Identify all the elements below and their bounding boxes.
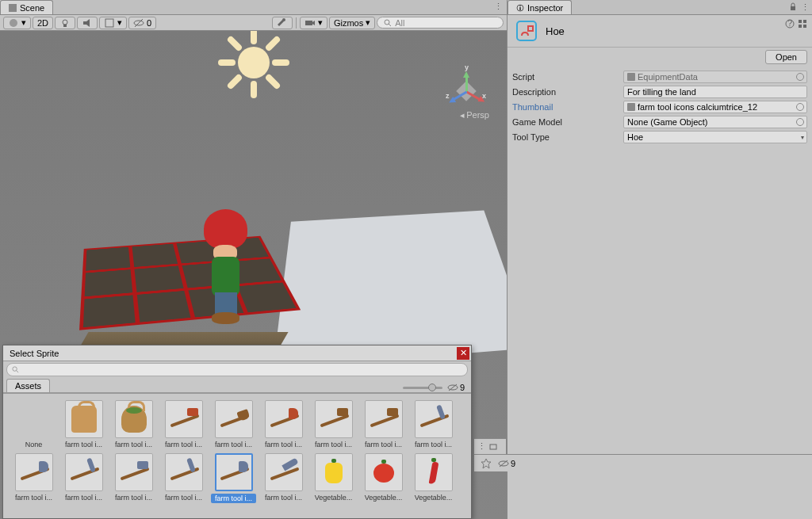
svg-rect-13	[519, 7, 521, 10]
tooltype-label: Tool Type	[512, 132, 623, 142]
object-picker-icon[interactable]	[796, 118, 804, 126]
asset-grid: Nonefarm tool i...farm tool i...farm too…	[3, 394, 471, 518]
asset-item[interactable]: farm tool i...	[161, 400, 206, 448]
farm-plot-object	[79, 236, 301, 330]
collapse-icon[interactable]	[488, 442, 498, 452]
asset-item[interactable]: farm tool i...	[111, 400, 156, 448]
lighting-toggle[interactable]	[55, 17, 75, 29]
asset-thumbnail	[165, 400, 203, 438]
asset-label: farm tool i...	[111, 494, 156, 502]
inspector-properties: Script EquipmentData Description For til…	[508, 67, 812, 148]
panel-resize-strip[interactable]: ⋮	[474, 438, 506, 454]
asset-item[interactable]: farm tool i...	[411, 400, 456, 448]
asset-item[interactable]: farm tool i...	[11, 453, 56, 503]
scene-tab-menu-icon[interactable]: ⋮	[489, 0, 507, 14]
directional-light-gizmo	[214, 31, 293, 102]
scene-search-input[interactable]: All	[377, 17, 504, 29]
inspector-menu-icon[interactable]: ⋮	[801, 2, 809, 13]
scriptable-object-icon	[514, 18, 539, 44]
gamemodel-field[interactable]: None (Game Object)	[623, 116, 807, 128]
assets-tab[interactable]: Assets	[6, 379, 50, 392]
description-field[interactable]: For tilling the land	[623, 86, 807, 98]
asset-item[interactable]: Vegetable...	[411, 453, 456, 503]
asset-item[interactable]: farm tool i...	[361, 400, 406, 448]
asset-item[interactable]: farm tool i...	[211, 400, 256, 448]
asset-label: farm tool i...	[211, 494, 256, 503]
asset-label: Vegetable...	[311, 494, 356, 502]
asset-label: Vegetable...	[361, 494, 406, 502]
scene-icon	[9, 4, 17, 12]
inspector-tab-label: Inspector	[527, 3, 563, 13]
asset-item[interactable]: farm tool i...	[161, 453, 206, 503]
popup-titlebar[interactable]: Select Sprite ✕	[3, 345, 471, 361]
asset-label: farm tool i...	[61, 494, 106, 502]
projection-label[interactable]: ◂Persp	[460, 110, 489, 120]
audio-toggle[interactable]	[77, 17, 98, 29]
2d-toggle[interactable]: 2D	[33, 17, 53, 29]
inspector-asset-name: Hoe	[546, 25, 806, 37]
asset-item[interactable]: None	[11, 400, 56, 448]
asset-item[interactable]: farm tool i...	[261, 400, 306, 448]
asset-item[interactable]: farm tool i...	[261, 453, 306, 503]
asset-thumbnail	[315, 400, 353, 438]
svg-marker-9	[312, 21, 315, 25]
asset-thumbnail	[265, 400, 303, 438]
hidden-count[interactable]: 9	[447, 383, 465, 392]
object-picker-icon[interactable]	[796, 103, 804, 111]
scene-tab[interactable]: Scene	[0, 0, 53, 14]
tools-button[interactable]	[272, 17, 293, 29]
lock-icon[interactable]	[788, 2, 798, 12]
svg-rect-17	[528, 26, 533, 31]
gamemodel-label: Game Model	[512, 117, 623, 127]
shading-mode-dropdown[interactable]: ▾	[3, 17, 31, 29]
script-field[interactable]: EquipmentData	[623, 71, 807, 83]
inspector-panel: Inspector ⋮ Hoe ? Open Script	[507, 0, 812, 519]
svg-rect-8	[305, 21, 312, 25]
asset-item[interactable]: farm tool i...	[111, 453, 156, 503]
fx-dropdown[interactable]: ▾	[99, 17, 127, 29]
inspector-tab[interactable]: Inspector	[508, 0, 572, 14]
tooltype-dropdown[interactable]: Hoe ▾	[623, 131, 807, 143]
svg-rect-5	[105, 19, 113, 27]
thumbnail-field[interactable]: farm tool icons calciumtrice_12	[623, 101, 807, 113]
svg-rect-15	[791, 6, 795, 10]
gizmos-dropdown[interactable]: Gizmos ▾	[329, 17, 375, 29]
svg-rect-0	[9, 4, 17, 12]
preset-icon[interactable]	[798, 19, 807, 29]
orientation-gizmo[interactable]: y x z	[447, 67, 487, 106]
select-sprite-popup: Select Sprite ✕ Assets 9 Nonefarm tool i…	[2, 345, 472, 519]
close-button[interactable]: ✕	[457, 347, 469, 360]
asset-item[interactable]: farm tool i...	[311, 400, 356, 448]
thumbnail-label[interactable]: Thumbnail	[512, 102, 623, 112]
search-placeholder: All	[395, 18, 404, 28]
asset-item[interactable]: farm tool i...	[211, 453, 256, 503]
asset-label: farm tool i...	[161, 494, 206, 502]
help-icon[interactable]: ?	[785, 19, 795, 29]
asset-thumbnail	[15, 400, 53, 438]
thumbnail-size-slider[interactable]	[403, 387, 442, 389]
asset-thumbnail	[215, 400, 253, 438]
eye-off-icon	[498, 459, 509, 468]
speaker-icon	[82, 17, 93, 29]
script-icon	[627, 73, 635, 81]
svg-line-29	[16, 370, 18, 372]
info-icon	[516, 4, 524, 12]
object-picker-icon[interactable]	[796, 73, 804, 81]
asset-label: farm tool i...	[411, 441, 456, 448]
open-button[interactable]: Open	[765, 50, 807, 64]
camera-button[interactable]: ▾	[300, 17, 327, 29]
visibility-toggle[interactable]: 0	[128, 17, 156, 29]
footer-visibility[interactable]: 9	[498, 459, 515, 468]
slider-thumb[interactable]	[428, 384, 436, 391]
scene-tab-header: Scene ⋮	[0, 0, 507, 15]
asset-item[interactable]: farm tool i...	[61, 400, 106, 448]
sprite-search-input[interactable]	[6, 363, 468, 376]
camera-icon	[304, 17, 316, 29]
star-icon[interactable]	[481, 458, 492, 469]
asset-item[interactable]: farm tool i...	[61, 453, 106, 503]
chevron-down-icon: ▾	[801, 134, 804, 141]
asset-item[interactable]: Vegetable...	[361, 453, 406, 503]
asset-label: farm tool i...	[261, 494, 306, 502]
eye-off-icon	[133, 17, 144, 29]
asset-item[interactable]: Vegetable...	[311, 453, 356, 503]
